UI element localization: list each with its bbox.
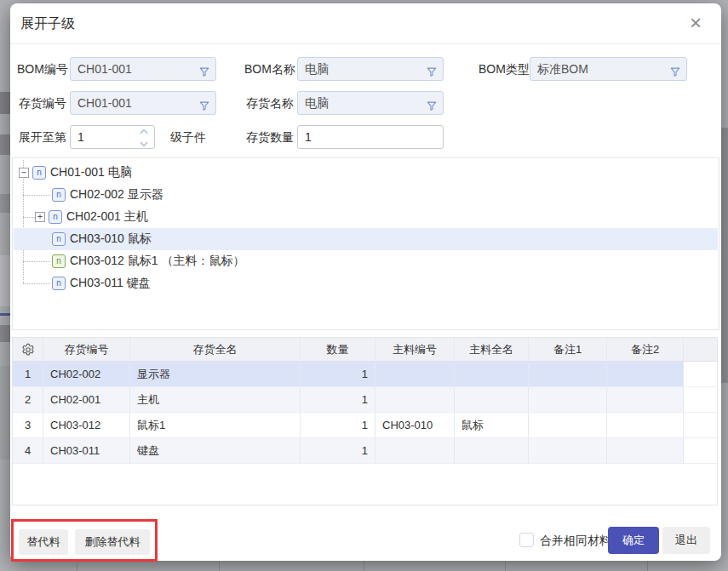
- row-number: 2: [13, 387, 43, 412]
- filter-icon[interactable]: [669, 63, 681, 81]
- filter-icon[interactable]: [426, 63, 438, 81]
- expand-level-value: 1: [77, 130, 84, 144]
- filter-icon[interactable]: [198, 63, 210, 81]
- cell-qty[interactable]: 1: [301, 387, 375, 412]
- merge-same-material-checkbox[interactable]: [519, 533, 534, 547]
- inventory-code-value: CH01-001: [77, 96, 132, 110]
- column-settings-button[interactable]: [13, 338, 43, 361]
- inventory-code-label: 存货编号: [17, 91, 66, 115]
- confirm-button[interactable]: 确定: [608, 527, 659, 554]
- tree-node[interactable]: n CH03-011 键盘: [14, 272, 718, 294]
- background-fragment: [0, 325, 10, 342]
- column-header[interactable]: 备注2: [607, 338, 684, 361]
- cell-note2[interactable]: [607, 438, 684, 463]
- dialog-header: 展开子级 ×: [10, 3, 721, 44]
- tree-node[interactable]: + n CH02-001 主机: [14, 206, 718, 228]
- background-gridline: [219, 561, 220, 571]
- merge-checkbox-label: 合并相同材料: [540, 527, 611, 554]
- expand-icon[interactable]: +: [35, 212, 45, 222]
- row-number: 3: [13, 413, 43, 437]
- column-header[interactable]: 主料全名: [455, 338, 529, 361]
- table-row[interactable]: 4 CH03-011 键盘 1: [13, 438, 717, 464]
- stepper-buttons[interactable]: [139, 128, 151, 148]
- inventory-qty-value: 1: [305, 130, 312, 144]
- gear-icon: [20, 342, 36, 357]
- substitute-material-button[interactable]: 替代料: [19, 529, 68, 555]
- background-fragment: [721, 128, 728, 383]
- cell-qty[interactable]: 1: [301, 413, 375, 437]
- bom-code-field[interactable]: CH01-001: [70, 57, 216, 81]
- material-icon: n: [52, 277, 66, 290]
- chevron-up-icon: [139, 128, 149, 135]
- cell-note2[interactable]: [607, 362, 684, 386]
- bom-name-field[interactable]: 电脑: [297, 57, 444, 81]
- header-filler: [684, 338, 717, 361]
- cell-main-name[interactable]: [455, 387, 529, 412]
- cell-main-name[interactable]: [455, 362, 529, 386]
- bom-tree-panel: − n CH01-001 电脑 n CH02-002 显示器 + n CH02-…: [12, 157, 719, 330]
- cell-main-name[interactable]: [455, 438, 529, 463]
- cell-note1[interactable]: [529, 362, 607, 386]
- background-fragment: [0, 92, 10, 114]
- collapse-icon[interactable]: −: [19, 168, 29, 178]
- cell-note1[interactable]: [529, 413, 607, 437]
- cell-inventory-name[interactable]: 主机: [130, 387, 301, 412]
- components-table: 存货编号 存货全名 数量 主料编号 主料全名 备注1 备注2 1 CH02-00…: [12, 337, 718, 505]
- bom-name-label: BOM名称: [244, 57, 294, 81]
- cell-inventory-name[interactable]: 键盘: [130, 438, 301, 463]
- tree-node-selected[interactable]: n CH03-010 鼠标: [14, 228, 718, 250]
- exit-button[interactable]: 退出: [662, 527, 710, 554]
- table-row[interactable]: 1 CH02-002 显示器 1: [13, 362, 717, 387]
- column-header[interactable]: 存货编号: [43, 338, 130, 361]
- background-gridline: [647, 561, 648, 571]
- column-header[interactable]: 主料编号: [375, 338, 455, 361]
- delete-substitute-button[interactable]: 删除替代料: [75, 529, 150, 555]
- filter-icon[interactable]: [198, 97, 210, 115]
- tree-node-root[interactable]: − n CH01-001 电脑: [14, 162, 718, 184]
- cell-main-code[interactable]: [375, 362, 455, 386]
- background-gridline: [364, 561, 364, 571]
- tree-node[interactable]: n CH03-012 鼠标1 （主料：鼠标）: [14, 250, 718, 272]
- cell-qty[interactable]: 1: [301, 438, 375, 463]
- column-header[interactable]: 数量: [301, 338, 375, 361]
- inventory-qty-label: 存货数量: [244, 125, 294, 149]
- row-number: 1: [13, 362, 43, 386]
- cell-inventory-code[interactable]: CH03-011: [43, 438, 130, 463]
- tree-node-label: CH02-001 主机: [66, 209, 148, 225]
- background-fragment: [0, 366, 10, 460]
- cell-note1[interactable]: [529, 387, 607, 412]
- cell-inventory-name[interactable]: 显示器: [130, 362, 301, 386]
- filter-icon[interactable]: [426, 97, 438, 115]
- bom-code-label: BOM编号: [17, 57, 66, 81]
- cell-inventory-name[interactable]: 鼠标1: [130, 413, 301, 437]
- column-header[interactable]: 备注1: [529, 338, 607, 361]
- cell-note2[interactable]: [607, 387, 684, 412]
- cell-inventory-code[interactable]: CH02-001: [43, 387, 130, 412]
- inventory-qty-field[interactable]: 1: [297, 125, 444, 149]
- cell-qty[interactable]: 1: [301, 362, 375, 386]
- background-gridline: [505, 561, 506, 571]
- cell-main-code[interactable]: [375, 438, 455, 463]
- chevron-down-icon: [139, 140, 149, 148]
- column-header[interactable]: 存货全名: [130, 338, 301, 361]
- tree-node-label: CH03-012 鼠标1 （主料：鼠标）: [70, 254, 244, 269]
- cell-inventory-code[interactable]: CH03-012: [43, 413, 130, 437]
- cell-main-code[interactable]: CH03-010: [375, 413, 455, 437]
- expand-level-stepper[interactable]: 1: [70, 125, 155, 149]
- cell-main-name[interactable]: 鼠标: [455, 413, 529, 437]
- close-icon[interactable]: ×: [684, 12, 708, 36]
- cell-inventory-code[interactable]: CH02-002: [43, 362, 130, 386]
- table-row[interactable]: 2 CH02-001 主机 1: [13, 387, 717, 413]
- background-gridline: [77, 561, 77, 571]
- cell-note2[interactable]: [607, 413, 684, 437]
- row-filler: [684, 413, 717, 437]
- bom-type-field[interactable]: 标准BOM: [530, 57, 687, 81]
- bom-name-value: 电脑: [305, 62, 329, 76]
- table-header-row: 存货编号 存货全名 数量 主料编号 主料全名 备注1 备注2: [13, 338, 717, 362]
- cell-note1[interactable]: [529, 438, 607, 463]
- table-row[interactable]: 3 CH03-012 鼠标1 1 CH03-010 鼠标: [13, 413, 717, 438]
- cell-main-code[interactable]: [375, 387, 455, 412]
- inventory-code-field[interactable]: CH01-001: [70, 91, 216, 115]
- tree-node[interactable]: n CH02-002 显示器: [14, 184, 718, 206]
- inventory-name-field[interactable]: 电脑: [297, 91, 444, 115]
